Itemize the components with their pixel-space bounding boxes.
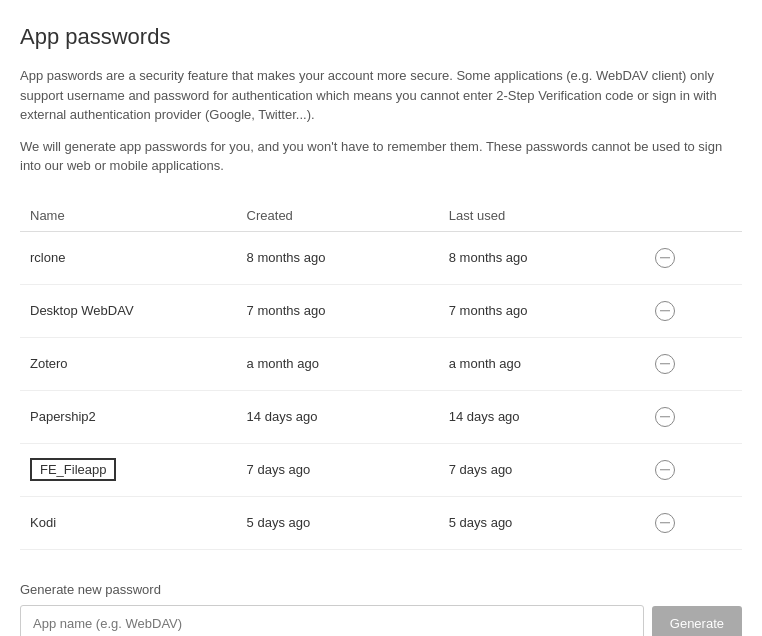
col-header-lastused: Last used xyxy=(439,200,641,232)
table-row: Kodi5 days ago5 days ago xyxy=(20,496,742,549)
generate-row: Generate xyxy=(20,605,742,637)
generate-button[interactable]: Generate xyxy=(652,606,742,637)
col-header-created: Created xyxy=(237,200,439,232)
col-header-action xyxy=(641,200,742,232)
row-created: a month ago xyxy=(237,337,439,390)
minus-circle-icon xyxy=(655,301,675,321)
description-2: We will generate app passwords for you, … xyxy=(20,137,742,176)
generate-section: Generate new password Generate xyxy=(20,582,742,637)
description-1: App paswords are a security feature that… xyxy=(20,66,742,125)
delete-password-button[interactable] xyxy=(651,244,679,272)
delete-password-button[interactable] xyxy=(651,403,679,431)
row-created: 7 months ago xyxy=(237,284,439,337)
row-action xyxy=(641,231,742,284)
row-last-used: 7 days ago xyxy=(439,443,641,496)
delete-password-button[interactable] xyxy=(651,509,679,537)
row-name: Papership2 xyxy=(20,390,237,443)
minus-circle-icon xyxy=(655,407,675,427)
highlighted-name: FE_Fileapp xyxy=(30,458,116,481)
row-action xyxy=(641,337,742,390)
row-created: 8 months ago xyxy=(237,231,439,284)
row-name: Kodi xyxy=(20,496,237,549)
minus-circle-icon xyxy=(655,354,675,374)
table-row: rclone8 months ago8 months ago xyxy=(20,231,742,284)
row-action xyxy=(641,496,742,549)
generate-label: Generate new password xyxy=(20,582,742,597)
row-last-used: a month ago xyxy=(439,337,641,390)
row-last-used: 7 months ago xyxy=(439,284,641,337)
row-name: FE_Fileapp xyxy=(20,443,237,496)
row-created: 7 days ago xyxy=(237,443,439,496)
row-action xyxy=(641,390,742,443)
row-action xyxy=(641,443,742,496)
page-title: App passwords xyxy=(20,24,742,50)
table-row: FE_Fileapp7 days ago7 days ago xyxy=(20,443,742,496)
row-created: 14 days ago xyxy=(237,390,439,443)
table-row: Desktop WebDAV7 months ago7 months ago xyxy=(20,284,742,337)
table-row: Zoteroa month agoa month ago xyxy=(20,337,742,390)
delete-password-button[interactable] xyxy=(651,350,679,378)
row-name: Zotero xyxy=(20,337,237,390)
minus-circle-icon xyxy=(655,460,675,480)
col-header-name: Name xyxy=(20,200,237,232)
row-name: rclone xyxy=(20,231,237,284)
row-name: Desktop WebDAV xyxy=(20,284,237,337)
minus-circle-icon xyxy=(655,513,675,533)
row-last-used: 5 days ago xyxy=(439,496,641,549)
row-last-used: 8 months ago xyxy=(439,231,641,284)
app-name-input[interactable] xyxy=(20,605,644,637)
minus-circle-icon xyxy=(655,248,675,268)
delete-password-button[interactable] xyxy=(651,297,679,325)
delete-password-button[interactable] xyxy=(651,456,679,484)
row-action xyxy=(641,284,742,337)
row-last-used: 14 days ago xyxy=(439,390,641,443)
table-row: Papership214 days ago14 days ago xyxy=(20,390,742,443)
passwords-table: Name Created Last used rclone8 months ag… xyxy=(20,200,742,550)
row-created: 5 days ago xyxy=(237,496,439,549)
